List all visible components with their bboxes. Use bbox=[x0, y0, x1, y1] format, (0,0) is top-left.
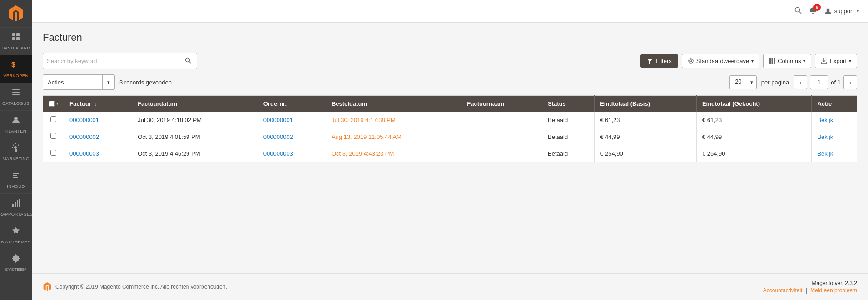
row-checkbox-cell bbox=[43, 145, 64, 162]
page-next-button[interactable]: › bbox=[843, 75, 857, 89]
row-checkbox-1[interactable] bbox=[50, 133, 56, 139]
per-page-select: 20 ▾ bbox=[729, 75, 757, 89]
inhoud-icon bbox=[11, 171, 20, 182]
svg-line-23 bbox=[189, 61, 191, 63]
svg-rect-15 bbox=[17, 200, 18, 207]
sidebar-item-nwdthemes[interactable]: NWDTHEMES bbox=[0, 221, 32, 249]
sidebar-item-klanten[interactable]: KLANTEN bbox=[0, 110, 32, 138]
sidebar-item-marketing[interactable]: MARKETING bbox=[0, 138, 32, 166]
top-header: 6 support ▾ bbox=[32, 0, 868, 23]
columns-label: Columns bbox=[778, 58, 801, 64]
svg-rect-3 bbox=[16, 37, 20, 40]
page-prev-button[interactable]: ‹ bbox=[794, 75, 807, 89]
row-ordernr-1: 000000002 bbox=[258, 128, 326, 145]
records-count: 3 records gevonden bbox=[119, 79, 172, 86]
svg-marker-24 bbox=[647, 59, 653, 64]
user-menu-chevron-icon: ▾ bbox=[857, 9, 859, 14]
notification-bell[interactable]: 6 bbox=[809, 6, 817, 16]
systeem-icon bbox=[11, 254, 20, 265]
report-problem-link[interactable]: Meld een probleem bbox=[810, 287, 857, 294]
svg-rect-7 bbox=[12, 94, 20, 95]
header-search-button[interactable] bbox=[794, 7, 802, 16]
svg-point-26 bbox=[690, 60, 692, 62]
row-eindtotaal-basis-1: € 44,99 bbox=[595, 128, 697, 145]
sidebar-item-systeem[interactable]: SYSTEEM bbox=[0, 249, 32, 276]
row-eindtotaal-gekocht-2: € 254,90 bbox=[696, 145, 812, 162]
sidebar-logo bbox=[0, 0, 32, 27]
row-ordernr-2: 000000003 bbox=[258, 145, 326, 162]
per-page-label: per pagina bbox=[761, 79, 789, 86]
svg-point-21 bbox=[826, 8, 829, 11]
invoices-table: ▾ Factuur ↓ Factuurdatum Ordernr. Bestel… bbox=[43, 95, 857, 162]
row-checkbox-0[interactable] bbox=[50, 116, 56, 122]
per-page-dropdown-button[interactable]: ▾ bbox=[747, 75, 757, 89]
actions-dropdown-button[interactable]: ▾ bbox=[102, 75, 114, 89]
svg-rect-0 bbox=[12, 33, 15, 36]
page-input[interactable] bbox=[810, 75, 828, 89]
row-checkbox-cell bbox=[43, 112, 64, 128]
row-factuur-1: 000000002 bbox=[64, 128, 132, 145]
ordernr-link-0[interactable]: 000000001 bbox=[263, 117, 293, 123]
ordernr-link-2[interactable]: 000000003 bbox=[263, 150, 293, 157]
factuur-link-2[interactable]: 000000003 bbox=[69, 150, 99, 157]
svg-rect-10 bbox=[13, 173, 19, 174]
sidebar-item-inhoud[interactable]: INHOUD bbox=[0, 166, 32, 193]
svg-rect-6 bbox=[12, 92, 20, 93]
sidebar-item-catalogus[interactable]: CATALOGUS bbox=[0, 83, 32, 110]
svg-point-25 bbox=[689, 59, 693, 63]
sidebar-item-rapportages[interactable]: RAPPORTAGES bbox=[0, 193, 32, 221]
account-activity-link[interactable]: Accountactiviteit bbox=[763, 287, 803, 294]
footer-right: Magento ver. 2.3.2 Accountactiviteit | M… bbox=[763, 280, 857, 294]
actions-label: Acties bbox=[43, 76, 102, 89]
version-label: Magento bbox=[812, 280, 833, 286]
row-status-1: Betaald bbox=[542, 128, 595, 145]
view-button[interactable]: Standaardweergave ▾ bbox=[682, 54, 759, 68]
sidebar-item-inhoud-label: INHOUD bbox=[7, 184, 25, 189]
row-checkbox-cell bbox=[43, 128, 64, 145]
actie-link-1[interactable]: Bekijk bbox=[817, 133, 833, 140]
svg-rect-13 bbox=[12, 204, 14, 207]
sidebar-item-dashboard[interactable]: DASHBOARD bbox=[0, 27, 32, 55]
th-factuurdatum: Factuurdatum bbox=[132, 96, 258, 112]
th-ordernr: Ordernr. bbox=[258, 96, 326, 112]
row-factuurnaam-1 bbox=[461, 128, 542, 145]
select-all-dropdown-icon[interactable]: ▾ bbox=[56, 102, 58, 106]
row-factuur-2: 000000003 bbox=[64, 145, 132, 162]
sidebar-item-klanten-label: KLANTEN bbox=[5, 128, 26, 133]
actie-link-2[interactable]: Bekijk bbox=[817, 150, 833, 157]
ordernr-link-1[interactable]: 000000002 bbox=[263, 133, 293, 140]
row-checkbox-2[interactable] bbox=[50, 150, 56, 156]
sort-factuur-icon[interactable]: ↓ bbox=[94, 101, 97, 107]
footer-left: Copyright © 2019 Magento Commerce Inc. A… bbox=[43, 282, 227, 291]
per-page-value: 20 bbox=[729, 75, 747, 89]
verkopen-icon: $ bbox=[11, 60, 20, 71]
version-info: Magento ver. 2.3.2 bbox=[763, 280, 857, 286]
search-input[interactable] bbox=[47, 58, 183, 64]
row-besteldatum-1: Aug 13, 2019 11:05:44 AM bbox=[326, 128, 461, 145]
search-submit-button[interactable] bbox=[183, 57, 193, 65]
th-checkbox: ▾ bbox=[43, 96, 64, 112]
columns-button[interactable]: Columns ▾ bbox=[763, 54, 811, 68]
th-factuurnaam: Factuurnaam bbox=[461, 96, 542, 112]
table-row: 000000002 Oct 3, 2019 4:01:59 PM 0000000… bbox=[43, 128, 857, 145]
page-title: Facturen bbox=[43, 32, 857, 44]
row-status-2: Betaald bbox=[542, 145, 595, 162]
export-chevron-icon: ▾ bbox=[849, 59, 851, 64]
sidebar-item-verkopen[interactable]: $ VERKOPEN bbox=[0, 55, 32, 83]
nwdthemes-icon bbox=[11, 226, 20, 237]
toolbar-bottom: Acties ▾ 3 records gevonden 20 ▾ per pag… bbox=[43, 74, 857, 90]
filters-button[interactable]: Filters bbox=[640, 54, 678, 68]
th-factuur: Factuur ↓ bbox=[64, 96, 132, 112]
row-factuurdatum-1: Oct 3, 2019 4:01:59 PM bbox=[132, 128, 258, 145]
export-button[interactable]: Export ▾ bbox=[815, 54, 857, 68]
footer-separator: | bbox=[806, 287, 808, 294]
user-menu[interactable]: support ▾ bbox=[824, 8, 859, 15]
version-number: ver. 2.3.2 bbox=[835, 280, 857, 286]
factuur-link-0[interactable]: 000000001 bbox=[69, 117, 99, 123]
sidebar-item-verkopen-label: VERKOPEN bbox=[3, 73, 28, 78]
svg-rect-16 bbox=[19, 199, 20, 207]
user-name: support bbox=[834, 8, 854, 15]
factuur-link-1[interactable]: 000000002 bbox=[69, 133, 99, 140]
select-all-checkbox[interactable] bbox=[49, 101, 55, 107]
actie-link-0[interactable]: Bekijk bbox=[817, 117, 833, 123]
